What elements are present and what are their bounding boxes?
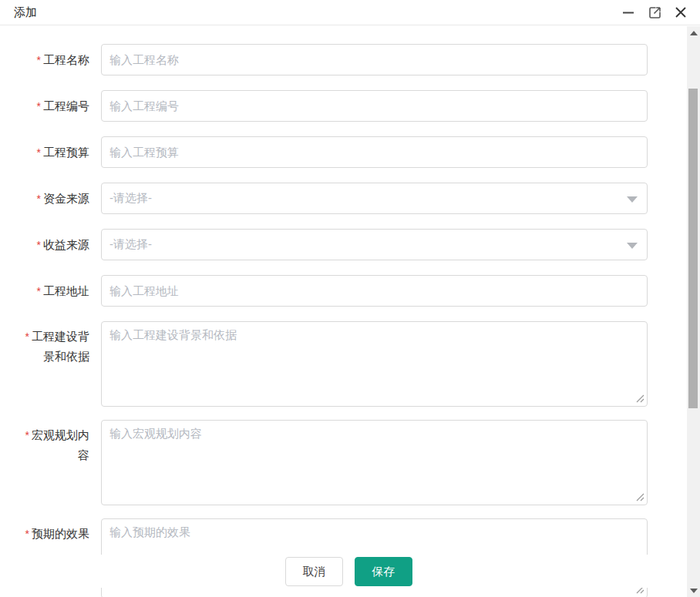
minimize-button[interactable] xyxy=(620,4,637,21)
dialog-title: 添加 xyxy=(14,5,37,20)
scrollbar-thumb[interactable] xyxy=(688,89,698,408)
required-asterisk: * xyxy=(25,429,29,441)
project-name-input[interactable] xyxy=(101,44,648,75)
construction-background-textarea[interactable] xyxy=(101,321,648,407)
save-button[interactable]: 保存 xyxy=(355,557,412,586)
chevron-down-icon xyxy=(627,196,638,203)
expand-icon xyxy=(648,5,662,20)
chevron-down-icon xyxy=(627,243,638,249)
minimize-icon xyxy=(621,5,635,19)
funding-source-select[interactable]: -请选择- xyxy=(101,183,648,214)
funding-source-selected-value: -请选择- xyxy=(109,191,152,206)
scrollbar-down-button[interactable] xyxy=(687,584,700,597)
required-asterisk: * xyxy=(37,193,41,205)
form-row-construction-background: *工程建设背景和依据 xyxy=(0,321,687,407)
resize-grip-icon[interactable] xyxy=(636,493,644,501)
scroll-down-icon xyxy=(690,589,698,593)
resize-grip-icon[interactable] xyxy=(636,394,644,403)
field-label-macro-planning: *宏观规划内容 xyxy=(0,420,89,465)
required-asterisk: * xyxy=(37,54,41,66)
income-source-select[interactable]: -请选择- xyxy=(101,229,648,260)
vertical-scrollbar[interactable] xyxy=(687,26,700,597)
scroll-up-icon xyxy=(690,31,698,35)
close-icon xyxy=(674,5,688,19)
form-row-project-name: *工程名称 xyxy=(0,44,687,75)
required-asterisk: * xyxy=(37,239,41,251)
close-button[interactable] xyxy=(672,4,689,21)
field-label-income-source: *收益来源 xyxy=(0,235,89,255)
field-label-project-budget: *工程预算 xyxy=(0,143,89,163)
project-code-input[interactable] xyxy=(101,90,648,122)
project-address-input[interactable] xyxy=(101,275,648,307)
field-label-project-name: *工程名称 xyxy=(0,50,89,70)
dialog-body: *工程名称*工程编号*工程预算*资金来源-请选择-*收益来源-请选择-*工程地址… xyxy=(0,26,687,597)
scrollbar-up-button[interactable] xyxy=(687,26,700,39)
required-asterisk: * xyxy=(25,330,29,343)
field-label-project-address: *工程地址 xyxy=(0,281,89,301)
maximize-button[interactable] xyxy=(646,4,663,21)
field-label-expected-effect: *预期的效果 xyxy=(0,518,89,544)
form-row-funding-source: *资金来源-请选择- xyxy=(0,183,687,214)
dialog-footer: 取消 保存 xyxy=(0,555,687,588)
required-asterisk: * xyxy=(37,285,41,297)
add-form: *工程名称*工程编号*工程预算*资金来源-请选择-*收益来源-请选择-*工程地址… xyxy=(0,26,687,597)
titlebar: 添加 xyxy=(0,0,700,25)
field-label-project-code: *工程编号 xyxy=(0,96,89,116)
cancel-button[interactable]: 取消 xyxy=(285,557,343,586)
form-row-project-budget: *工程预算 xyxy=(0,136,687,168)
field-label-funding-source: *资金来源 xyxy=(0,189,89,209)
required-asterisk: * xyxy=(25,528,29,540)
income-source-selected-value: -请选择- xyxy=(109,237,152,252)
required-asterisk: * xyxy=(37,146,41,159)
form-row-project-address: *工程地址 xyxy=(0,275,687,307)
add-dialog-window: 添加 *工程名称*工程编号 xyxy=(0,0,700,597)
project-budget-input[interactable] xyxy=(101,136,648,168)
form-row-income-source: *收益来源-请选择- xyxy=(0,229,687,260)
form-row-project-code: *工程编号 xyxy=(0,90,687,122)
field-label-construction-background: *工程建设背景和依据 xyxy=(0,321,89,366)
form-row-macro-planning: *宏观规划内容 xyxy=(0,420,687,505)
window-controls xyxy=(620,4,689,21)
macro-planning-textarea[interactable] xyxy=(101,420,648,505)
required-asterisk: * xyxy=(37,100,41,112)
